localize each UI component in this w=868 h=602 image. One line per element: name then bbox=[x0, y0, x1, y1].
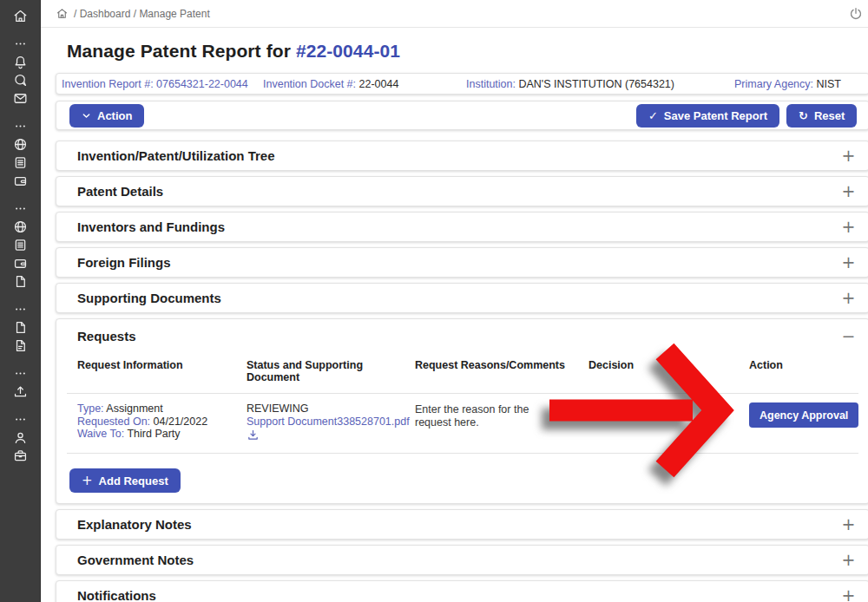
wallet-icon[interactable] bbox=[11, 255, 29, 272]
status-cell: REVIEWING Support Document338528701.pdf bbox=[247, 402, 415, 444]
power-icon bbox=[848, 6, 864, 22]
report-icon[interactable] bbox=[11, 237, 29, 253]
main-area: / Dashboard / Manage Patent Manage Paten… bbox=[41, 0, 868, 602]
expand-icon[interactable]: + bbox=[841, 254, 855, 271]
add-request-button[interactable]: + Add Request bbox=[69, 468, 181, 493]
accordion-foreign-filings[interactable]: Foreign Filings + bbox=[56, 247, 868, 278]
accordion-explanatory-notes[interactable]: Explanatory Notes + bbox=[56, 509, 868, 540]
requests-table-header: Request Information Status and Supportin… bbox=[67, 344, 858, 394]
more-icon[interactable] bbox=[11, 118, 29, 134]
requests-header[interactable]: Requests − bbox=[56, 319, 868, 344]
more-icon[interactable] bbox=[11, 301, 29, 317]
upload-icon[interactable] bbox=[11, 383, 29, 400]
expand-icon[interactable]: + bbox=[841, 290, 855, 306]
breadcrumb[interactable]: / Dashboard / Manage Patent bbox=[56, 7, 210, 20]
accordion-government-notes[interactable]: Government Notes + bbox=[56, 545, 868, 575]
mail-icon[interactable] bbox=[11, 90, 29, 107]
check-icon: ✓ bbox=[648, 110, 658, 121]
page-content: Manage Patent Report for #22-0044-01 Inv… bbox=[41, 28, 868, 602]
chat-icon[interactable] bbox=[11, 72, 29, 88]
page-title: Manage Patent Report for #22-0044-01 bbox=[67, 41, 868, 62]
more-icon[interactable] bbox=[11, 365, 29, 382]
accordion-supporting-documents[interactable]: Supporting Documents + bbox=[56, 283, 868, 313]
collapse-icon[interactable]: − bbox=[841, 328, 855, 344]
report-number: #22-0044-01 bbox=[296, 41, 400, 61]
more-icon[interactable] bbox=[11, 200, 29, 217]
sidebar bbox=[0, 0, 41, 602]
chevron-down-icon bbox=[82, 111, 91, 121]
globe-icon[interactable] bbox=[11, 136, 29, 153]
status-value: REVIEWING bbox=[247, 402, 415, 416]
globe-icon[interactable] bbox=[11, 219, 29, 235]
more-icon[interactable] bbox=[11, 411, 29, 428]
page-title-text: Manage Patent Report for bbox=[67, 41, 296, 61]
download-icon[interactable] bbox=[247, 429, 415, 444]
logout-button[interactable] bbox=[848, 6, 864, 22]
request-reason-input[interactable] bbox=[415, 402, 567, 431]
agency-approval-button[interactable]: Agency Approval bbox=[749, 402, 858, 428]
accordion-invention-patent-utilization-tree[interactable]: Invention/Patent/Utilization Tree + bbox=[56, 141, 868, 171]
expand-icon[interactable]: + bbox=[841, 516, 855, 533]
toolbar: Action ✓ Save Patent Report ↻ Reset bbox=[56, 101, 868, 130]
file-pdf-icon[interactable] bbox=[11, 337, 29, 354]
report-icon[interactable] bbox=[11, 154, 29, 171]
briefcase-icon[interactable] bbox=[11, 448, 29, 464]
action-cell: Agency Approval bbox=[749, 402, 858, 444]
invention-report-number-link[interactable]: 07654321-22-0044 bbox=[156, 78, 248, 90]
expand-icon[interactable]: + bbox=[841, 587, 855, 602]
wallet-icon[interactable] bbox=[11, 173, 29, 189]
request-information-cell: Type: Assignment Requested On: 04/21/202… bbox=[77, 402, 247, 444]
institution: Institution: DAN'S INSTITUTION (7654321) bbox=[461, 78, 729, 90]
invention-report-number: Invention Report #: 07654321-22-0044 bbox=[56, 78, 258, 90]
decision-cell bbox=[589, 402, 749, 444]
primary-agency: Primary Agency: NIST bbox=[729, 78, 841, 90]
person-icon[interactable] bbox=[11, 429, 29, 446]
plus-icon: + bbox=[82, 474, 93, 487]
reasons-cell bbox=[415, 402, 589, 444]
toolbar-right: ✓ Save Patent Report ↻ Reset bbox=[636, 104, 857, 128]
accordion-requests: Requests − Request Information Status an… bbox=[56, 318, 868, 504]
file-icon[interactable] bbox=[11, 273, 29, 290]
report-info-bar: Invention Report #: 07654321-22-0044 Inv… bbox=[56, 73, 868, 95]
support-document-link[interactable]: Support Document338528701.pdf bbox=[247, 416, 410, 429]
expand-icon[interactable]: + bbox=[841, 552, 855, 568]
accordion-inventors-and-fundings[interactable]: Inventors and Fundings + bbox=[56, 212, 868, 242]
home-icon[interactable] bbox=[11, 8, 29, 24]
expand-icon[interactable]: + bbox=[841, 219, 855, 235]
invention-docket-number: Invention Docket #: 22-0044 bbox=[258, 78, 461, 90]
accordion-patent-details[interactable]: Patent Details + bbox=[56, 176, 868, 206]
action-button[interactable]: Action bbox=[69, 104, 144, 128]
expand-icon[interactable]: + bbox=[841, 183, 855, 200]
breadcrumb-path[interactable]: / Dashboard / Manage Patent bbox=[74, 8, 210, 20]
refresh-icon: ↻ bbox=[799, 110, 808, 121]
save-patent-report-button[interactable]: ✓ Save Patent Report bbox=[636, 104, 779, 128]
more-icon[interactable] bbox=[11, 36, 29, 52]
app-window: / Dashboard / Manage Patent Manage Paten… bbox=[0, 0, 868, 602]
requests-table: Request Information Status and Supportin… bbox=[67, 344, 858, 454]
reset-button[interactable]: ↻ Reset bbox=[786, 104, 857, 128]
file-icon[interactable] bbox=[11, 319, 29, 336]
accordion-notifications[interactable]: Notifications + bbox=[56, 580, 868, 602]
home-icon[interactable] bbox=[56, 7, 69, 20]
expand-icon[interactable]: + bbox=[841, 147, 855, 164]
topbar: / Dashboard / Manage Patent bbox=[41, 0, 868, 28]
request-row: Type: Assignment Requested On: 04/21/202… bbox=[67, 394, 858, 454]
bell-icon[interactable] bbox=[11, 54, 29, 70]
